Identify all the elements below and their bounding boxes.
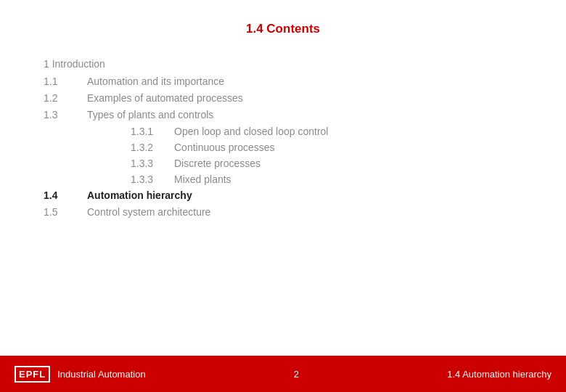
toc-number-1-3: 1.3 [44,109,87,121]
footer-right-text: 1.4 Automation hierarchy [447,369,551,380]
footer-page-number: 2 [146,369,448,380]
epfl-logo: EPFL [15,366,50,383]
epfl-logo-text: EPFL [19,369,46,380]
toc-label-1-3: Types of plants and controls [87,109,213,121]
toc-number-1-3-1: 1.3.1 [131,126,174,137]
toc-label-1-3-2: Continuous processes [174,142,275,153]
toc-label-1-4: Automation hierarchy [87,189,192,201]
toc-number-1-5: 1.5 [44,206,87,218]
page-title: 1.4 Contents [44,15,522,36]
toc-item-1-3-3a: 1.3.3 Discrete processes [44,158,522,169]
toc-number-1-4: 1.4 [44,189,87,201]
toc-item-1-1: 1.1 Automation and its importance [44,75,522,87]
toc-number-1-3-3b: 1.3.3 [131,173,174,185]
toc-label-1-3-3b: Mixed plants [174,173,231,185]
toc-label-1-5: Control system architecture [87,206,210,218]
toc-label-1-2: Examples of automated processes [87,92,243,104]
toc-item-1-4: 1.4 Automation hierarchy [44,189,522,201]
page: 1.4 Contents 1 Introduction 1.1 Automati… [0,0,566,392]
toc-label-1-1: Automation and its importance [87,75,224,87]
toc-item-1-2: 1.2 Examples of automated processes [44,92,522,104]
toc-item-1-3-3b: 1.3.3 Mixed plants [44,173,522,185]
main-content: 1.4 Contents 1 Introduction 1.1 Automati… [0,0,566,356]
toc-item-1-3-2: 1.3.2 Continuous processes [44,142,522,153]
toc-number-1-3-3a: 1.3.3 [131,158,174,169]
footer-left-label: Industrial Automation [57,369,145,380]
toc-item-1-3: 1.3 Types of plants and controls [44,109,522,121]
toc-label-1-3-1: Open loop and closed loop control [174,126,328,137]
toc-number-1-3-2: 1.3.2 [131,142,174,153]
footer-logo-area: EPFL Industrial Automation [15,366,146,383]
toc-item-1-3-1: 1.3.1 Open loop and closed loop control [44,126,522,137]
toc-item-1-5: 1.5 Control system architecture [44,206,522,218]
toc-number-1-2: 1.2 [44,92,87,104]
footer: EPFL Industrial Automation 2 1.4 Automat… [0,356,566,392]
toc-label-1-3-3a: Discrete processes [174,158,261,169]
toc-section-header: 1 Introduction [44,58,522,70]
toc-number-1-1: 1.1 [44,75,87,87]
table-of-contents: 1 Introduction 1.1 Automation and its im… [44,58,522,218]
